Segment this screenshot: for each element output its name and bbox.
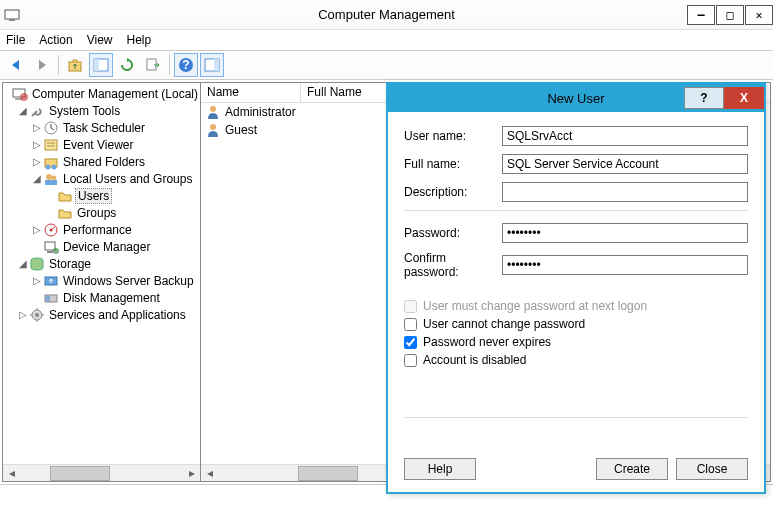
confirm-password-input[interactable] xyxy=(502,255,748,275)
menu-help[interactable]: Help xyxy=(127,33,152,47)
collapse-icon[interactable]: ◢ xyxy=(17,258,29,269)
svg-rect-26 xyxy=(47,251,53,253)
svg-point-19 xyxy=(52,164,57,169)
maximize-button[interactable]: □ xyxy=(716,5,744,25)
forward-button[interactable] xyxy=(30,53,54,77)
scroll-left-icon[interactable]: ◂ xyxy=(3,466,20,481)
svg-rect-4 xyxy=(94,59,99,71)
svg-text:?: ? xyxy=(182,58,189,72)
user-icon xyxy=(205,122,221,138)
password-label: Password: xyxy=(404,226,502,240)
username-input[interactable] xyxy=(502,126,748,146)
description-label: Description: xyxy=(404,185,502,199)
up-button[interactable] xyxy=(63,53,87,77)
svg-point-33 xyxy=(35,313,39,317)
divider xyxy=(404,417,748,418)
window-title: Computer Management xyxy=(318,7,455,22)
expand-icon[interactable]: ▷ xyxy=(17,309,29,320)
tree-device-manager[interactable]: Device Manager xyxy=(3,238,200,255)
dialog-close-button[interactable]: X xyxy=(724,87,764,109)
svg-point-12 xyxy=(20,93,28,101)
folder-icon xyxy=(57,205,73,221)
svg-point-35 xyxy=(210,124,216,130)
close-button[interactable]: Close xyxy=(676,458,748,480)
confirm-password-label: Confirm password: xyxy=(404,251,502,279)
fullname-input[interactable] xyxy=(502,154,748,174)
tree-users[interactable]: Users xyxy=(3,187,200,204)
svg-rect-9 xyxy=(214,59,219,71)
collapse-icon[interactable]: ◢ xyxy=(17,105,29,116)
tree-storage[interactable]: ◢ Storage xyxy=(3,255,200,272)
show-hide-tree-button[interactable] xyxy=(89,53,113,77)
svg-point-21 xyxy=(52,175,57,180)
check-cannot-change[interactable]: User cannot change password xyxy=(404,317,748,331)
expand-icon[interactable]: ▷ xyxy=(31,156,43,167)
svg-rect-0 xyxy=(5,10,19,19)
tree-groups[interactable]: Groups xyxy=(3,204,200,221)
device-icon xyxy=(43,239,59,255)
check-disabled[interactable]: Account is disabled xyxy=(404,353,748,367)
description-input[interactable] xyxy=(502,182,748,202)
scroll-right-icon[interactable]: ▸ xyxy=(183,466,200,481)
check-never-expires[interactable]: Password never expires xyxy=(404,335,748,349)
close-button[interactable]: ✕ xyxy=(745,5,773,25)
svg-rect-31 xyxy=(45,295,50,302)
computer-icon xyxy=(12,86,28,102)
list-cell-name: Administrator xyxy=(225,105,296,119)
tree-performance[interactable]: ▷ Performance xyxy=(3,221,200,238)
password-input[interactable] xyxy=(502,223,748,243)
scroll-thumb[interactable] xyxy=(50,466,110,481)
minimize-button[interactable]: — xyxy=(687,5,715,25)
tree-hscrollbar[interactable]: ◂ ▸ xyxy=(3,464,200,481)
dialog-titlebar[interactable]: New User ? X xyxy=(388,84,764,112)
window-titlebar: Computer Management — □ ✕ xyxy=(0,0,773,30)
tree-local-users-groups[interactable]: ◢ Local Users and Groups xyxy=(3,170,200,187)
tree-services-applications[interactable]: ▷ Services and Applications xyxy=(3,306,200,323)
tree-event-viewer[interactable]: ▷ Event Viewer xyxy=(3,136,200,153)
expand-icon[interactable]: ▷ xyxy=(31,139,43,150)
checkbox-disabled[interactable] xyxy=(404,354,417,367)
backup-icon xyxy=(43,273,59,289)
user-icon xyxy=(205,104,221,120)
tree-pane: Computer Management (Local) ◢ System Too… xyxy=(3,83,201,481)
tools-icon xyxy=(29,103,45,119)
back-button[interactable] xyxy=(4,53,28,77)
expand-icon[interactable]: ▷ xyxy=(31,122,43,133)
menu-action[interactable]: Action xyxy=(39,33,72,47)
app-icon xyxy=(4,7,20,23)
svg-point-18 xyxy=(46,164,51,169)
tree-root[interactable]: Computer Management (Local) xyxy=(3,85,200,102)
menu-view[interactable]: View xyxy=(87,33,113,47)
checkbox-never-expires[interactable] xyxy=(404,336,417,349)
help-button[interactable]: Help xyxy=(404,458,476,480)
svg-rect-14 xyxy=(45,140,57,150)
collapse-icon[interactable]: ◢ xyxy=(31,173,43,184)
menu-file[interactable]: File xyxy=(6,33,25,47)
checkbox-cannot-change[interactable] xyxy=(404,318,417,331)
refresh-button[interactable] xyxy=(115,53,139,77)
expand-icon[interactable]: ▷ xyxy=(31,224,43,235)
scroll-thumb[interactable] xyxy=(298,466,358,481)
users-groups-icon xyxy=(43,171,59,187)
dialog-help-button[interactable]: ? xyxy=(684,87,724,109)
tree-shared-folders[interactable]: ▷ Shared Folders xyxy=(3,153,200,170)
export-button[interactable] xyxy=(141,53,165,77)
tree-windows-server-backup[interactable]: ▷ Windows Server Backup xyxy=(3,272,200,289)
create-button[interactable]: Create xyxy=(596,458,668,480)
disk-icon xyxy=(43,290,59,306)
new-user-dialog: New User ? X User name: Full name: Descr… xyxy=(386,82,766,494)
username-label: User name: xyxy=(404,129,502,143)
scroll-left-icon[interactable]: ◂ xyxy=(201,466,218,481)
tree-system-tools[interactable]: ◢ System Tools xyxy=(3,102,200,119)
expand-icon[interactable]: ▷ xyxy=(31,275,43,286)
toolbar: ? xyxy=(0,50,773,80)
col-name[interactable]: Name xyxy=(201,83,301,102)
tree-disk-management[interactable]: Disk Management xyxy=(3,289,200,306)
dialog-title: New User xyxy=(547,91,604,106)
tree-task-scheduler[interactable]: ▷ Task Scheduler xyxy=(3,119,200,136)
action-pane-button[interactable] xyxy=(200,53,224,77)
help-button[interactable]: ? xyxy=(174,53,198,77)
svg-rect-22 xyxy=(45,180,57,185)
svg-rect-25 xyxy=(45,242,55,250)
checkbox-must-change xyxy=(404,300,417,313)
